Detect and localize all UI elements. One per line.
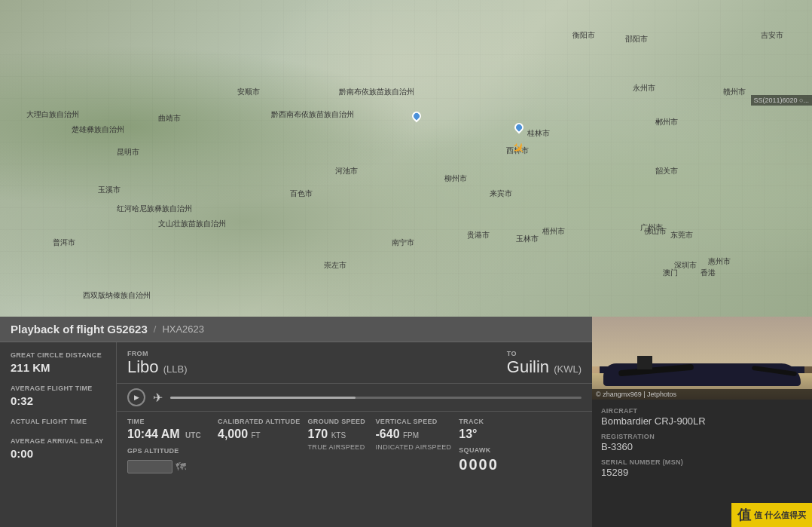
to-city-code: (KWL) bbox=[554, 363, 582, 375]
serial-label: SERIAL NUMBER (MSN) bbox=[601, 458, 803, 466]
ground-speed-label: GROUND SPEED bbox=[308, 418, 368, 426]
city-label: 梧州市 bbox=[542, 226, 565, 237]
aircraft-info: AIRCRAFT Bombardier CRJ-900LR REGISTRATI… bbox=[592, 400, 812, 486]
aircraft-photo: © zhangmx969 | Jetphotos bbox=[592, 317, 812, 400]
actual-flight-stat: ACTUAL FLIGHT TIME bbox=[11, 418, 105, 427]
cal-alt-value-text: 4,000 bbox=[218, 427, 248, 440]
plane-on-map-icon: ✈ bbox=[508, 138, 530, 160]
from-block: FROM Libo (LLB) bbox=[127, 350, 507, 377]
progress-plane-icon: ✈ bbox=[153, 391, 163, 405]
registration-label: REGISTRATION bbox=[601, 433, 803, 440]
squawk-value: 0000 bbox=[459, 456, 511, 473]
ground-speed-column: GROUND SPEED 170 KTS TRUE AIRSPEED bbox=[308, 418, 376, 451]
gps-input-row: 🗺 bbox=[127, 460, 210, 473]
photo-simulation bbox=[592, 317, 812, 400]
indicated-airspeed-label: INDICATED AIRSPEED bbox=[376, 443, 452, 451]
city-label: 河池市 bbox=[335, 166, 358, 176]
track-squawk-column: TRACK 13° SQUAWK 0000 bbox=[459, 418, 519, 473]
serial-value: 15289 bbox=[601, 467, 803, 478]
map-watermark: SS(2011)6020 ○... bbox=[751, 95, 812, 106]
city-label: 大理白族自治州 bbox=[26, 109, 79, 120]
bottom-watermark: 值 值 什么值得买 bbox=[731, 503, 812, 527]
from-city-code: (LLB) bbox=[163, 363, 188, 375]
aircraft-section-label: AIRCRAFT bbox=[601, 407, 803, 415]
map-area: 昆明市玉溪市曲靖市安顺市河池市柳州市南宁市百色市贵港市梧州市广州市桂林市衡阳市邵… bbox=[0, 0, 812, 317]
city-label: 赣州市 bbox=[723, 87, 746, 97]
great-circle-stat: GREAT CIRCLE DISTANCE 211 KM bbox=[11, 351, 105, 374]
city-label: 崇左市 bbox=[324, 260, 346, 271]
city-label: 昆明市 bbox=[117, 147, 139, 158]
city-label: 惠州市 bbox=[708, 256, 731, 267]
progress-bar-fill bbox=[170, 397, 356, 399]
city-label: 玉林市 bbox=[516, 234, 539, 244]
city-label: 柳州市 bbox=[444, 173, 467, 184]
playback-label: Playback of flight G52623 bbox=[11, 323, 148, 336]
city-label: 衡阳市 bbox=[572, 30, 595, 41]
time-value-text: 10:44 AM bbox=[127, 427, 180, 440]
vertical-speed-value-text: -640 bbox=[376, 427, 400, 440]
vertical-speed-value: -640 FPM bbox=[376, 427, 452, 441]
vertical-speed-label: VERTICAL SPEED bbox=[376, 418, 452, 426]
time-unit: UTC bbox=[185, 431, 201, 440]
city-label: 吉安市 bbox=[761, 30, 783, 41]
avg-arrival-value: 0:00 bbox=[11, 447, 105, 460]
gps-alt-input[interactable] bbox=[127, 460, 172, 473]
cal-alt-column: CALIBRATED ALTITUDE 4,000 FT bbox=[218, 418, 308, 440]
vertical-speed-column: VERTICAL SPEED -640 FPM INDICATED AIRSPE… bbox=[376, 418, 459, 451]
vertical-speed-unit: FPM bbox=[403, 431, 419, 440]
city-label: 桂林市 bbox=[527, 128, 550, 139]
city-label: 曲靖市 bbox=[158, 113, 181, 124]
city-label: 佛山市 bbox=[644, 226, 667, 237]
photo-panel: © zhangmx969 | Jetphotos AIRCRAFT Bombar… bbox=[592, 317, 812, 527]
track-value: 13° bbox=[459, 427, 511, 441]
avg-flight-value: 0:32 bbox=[11, 394, 105, 407]
city-label: 文山壮族苗族自治州 bbox=[158, 219, 226, 229]
right-flight-column: FROM Libo (LLB) TO Guilin (KWL) bbox=[117, 342, 592, 527]
info-panel: Playback of flight G52623 / HXA2623 GREA… bbox=[0, 317, 812, 527]
aircraft-name: Bombardier CRJ-900LR bbox=[601, 415, 803, 427]
squawk-label: SQUAWK bbox=[459, 446, 511, 455]
map-pin-libo bbox=[411, 110, 423, 123]
progress-area: ▶ ✈ bbox=[117, 384, 592, 412]
map-pin-guilin bbox=[513, 121, 526, 134]
city-label: 红河哈尼族彝族自治州 bbox=[117, 204, 192, 214]
city-label: 东莞市 bbox=[670, 230, 693, 241]
cal-alt-label: CALIBRATED ALTITUDE bbox=[218, 418, 301, 426]
gps-icon: 🗺 bbox=[176, 461, 186, 473]
cal-alt-unit: FT bbox=[252, 431, 261, 440]
city-label: 来宾市 bbox=[490, 188, 512, 199]
track-label: TRACK bbox=[459, 418, 511, 426]
city-label: 安顺市 bbox=[237, 87, 260, 97]
city-label: 黔西南布依族苗族自治州 bbox=[271, 109, 354, 120]
city-label: 百色市 bbox=[290, 188, 313, 199]
play-button[interactable]: ▶ bbox=[127, 388, 145, 406]
registration-row: REGISTRATION B-3360 bbox=[601, 433, 803, 452]
city-label: 普洱市 bbox=[53, 237, 75, 248]
from-to-row: FROM Libo (LLB) TO Guilin (KWL) bbox=[117, 342, 592, 384]
cal-alt-value: 4,000 FT bbox=[218, 427, 301, 441]
great-circle-label: GREAT CIRCLE DISTANCE bbox=[11, 351, 105, 360]
details-row: TIME 10:44 AM UTC GPS ALTITUDE 🗺 bbox=[117, 412, 592, 527]
from-city-name: Libo bbox=[127, 357, 159, 376]
avg-arrival-label: AVERAGE ARRIVAL DELAY bbox=[11, 437, 105, 446]
alternate-flight-num: HXA2623 bbox=[162, 323, 204, 335]
time-column: TIME 10:44 AM UTC GPS ALTITUDE 🗺 bbox=[127, 418, 218, 473]
left-stats-column: GREAT CIRCLE DISTANCE 211 KM AVERAGE FLI… bbox=[0, 342, 117, 527]
city-label: 邵阳市 bbox=[625, 34, 648, 44]
progress-bar[interactable] bbox=[170, 397, 582, 399]
aircraft-name-row: AIRCRAFT Bombardier CRJ-900LR bbox=[601, 407, 803, 427]
to-city: Guilin (KWL) bbox=[507, 357, 582, 377]
great-circle-value: 211 KM bbox=[11, 361, 105, 374]
time-value: 10:44 AM UTC bbox=[127, 427, 210, 441]
city-label: 西双版纳傣族自治州 bbox=[83, 290, 151, 301]
true-airspeed-label: TRUE AIRSPEED bbox=[308, 443, 368, 451]
flight-title-bar: Playback of flight G52623 / HXA2623 bbox=[0, 317, 592, 342]
to-label: TO bbox=[507, 350, 582, 357]
city-label: 南宁市 bbox=[392, 237, 414, 248]
avg-flight-stat: AVERAGE FLIGHT TIME 0:32 bbox=[11, 385, 105, 407]
city-label: 深圳市 bbox=[674, 260, 697, 271]
from-label: FROM bbox=[127, 350, 507, 357]
city-label: 玉溪市 bbox=[98, 185, 121, 195]
to-block: TO Guilin (KWL) bbox=[507, 350, 582, 377]
flight-main-area: GREAT CIRCLE DISTANCE 211 KM AVERAGE FLI… bbox=[0, 342, 592, 527]
